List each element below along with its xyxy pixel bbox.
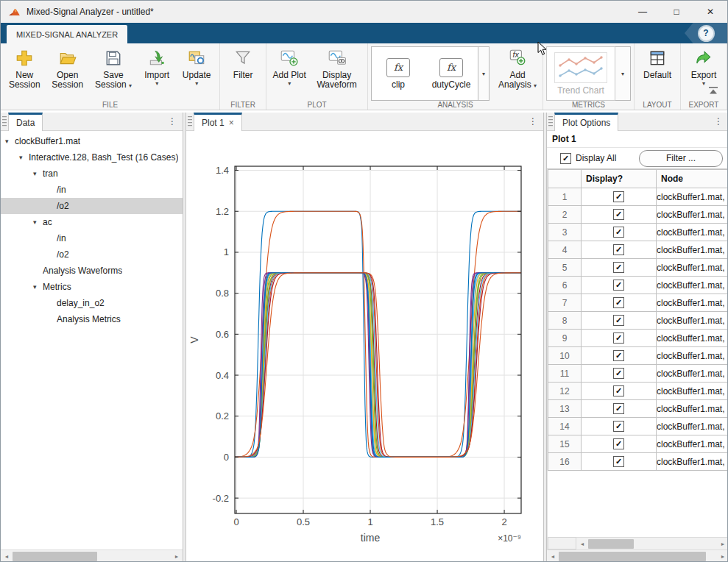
- tree-item[interactable]: ▾ac: [1, 214, 183, 230]
- node-cell[interactable]: clockBuffer1.mat, Intera: [657, 347, 728, 365]
- scroll-right-icon[interactable]: ►: [717, 554, 728, 559]
- tree-item[interactable]: /o2: [1, 246, 183, 263]
- tree-item[interactable]: /in: [1, 230, 183, 246]
- save-session-button[interactable]: Save Session ▾: [90, 45, 137, 91]
- node-cell[interactable]: clockBuffer1.mat, Intera: [657, 312, 728, 330]
- tree-item[interactable]: delay_in_o2: [1, 295, 183, 311]
- data-panel-menu-icon[interactable]: ⋮: [162, 113, 183, 130]
- node-cell[interactable]: clockBuffer1.mat, Intera: [657, 294, 728, 312]
- tab-data[interactable]: Data: [8, 113, 43, 131]
- node-cell[interactable]: clockBuffer1.mat, Intera: [657, 383, 728, 400]
- panel-grip-icon[interactable]: [186, 113, 194, 130]
- scroll-right-icon[interactable]: ►: [717, 541, 728, 547]
- collapse-ribbon-icon[interactable]: [708, 85, 718, 98]
- tab-close-icon[interactable]: ×: [229, 118, 234, 128]
- display-checkbox[interactable]: ✓: [613, 227, 624, 238]
- scrollbar-thumb[interactable]: [13, 552, 97, 561]
- tree-item-label: Metrics: [43, 282, 71, 292]
- display-checkbox[interactable]: ✓: [613, 403, 624, 414]
- display-checkbox[interactable]: ✓: [613, 438, 624, 449]
- tree-item[interactable]: Analysis Metrics: [1, 311, 183, 327]
- scroll-left-icon[interactable]: ◄: [1, 554, 13, 559]
- analysis-gallery-item-clip[interactable]: fx clip: [372, 58, 425, 90]
- scroll-left-icon[interactable]: ◄: [547, 554, 559, 559]
- display-checkbox[interactable]: ✓: [613, 368, 624, 379]
- tab-mixed-signal-analyzer[interactable]: MIXED-SIGNAL ANALYZER: [7, 25, 127, 43]
- display-checkbox[interactable]: ✓: [613, 385, 624, 396]
- node-cell[interactable]: clockBuffer1.mat, Intera: [657, 259, 728, 277]
- tree-collapse-arrow[interactable]: ▾: [33, 283, 43, 291]
- plot-panel-tabbar: Plot 1 × ⋮: [186, 113, 543, 131]
- add-plot-button[interactable]: Add Plot ▾: [269, 45, 309, 88]
- tree-item[interactable]: ▾tran: [1, 166, 183, 182]
- tree-item[interactable]: ▾clockBuffer1.mat: [1, 133, 183, 149]
- maximize-button[interactable]: □: [660, 1, 693, 23]
- close-button[interactable]: ✕: [693, 1, 727, 23]
- display-checkbox[interactable]: ✓: [613, 350, 624, 361]
- tab-plot-1[interactable]: Plot 1 ×: [194, 113, 242, 131]
- add-analysis-button[interactable]: fx Add Analysis ▾: [495, 45, 540, 91]
- display-checkbox[interactable]: ✓: [613, 421, 624, 432]
- tree-item[interactable]: ▾Metrics: [1, 279, 183, 295]
- panel-grip-icon[interactable]: [1, 113, 8, 130]
- import-button[interactable]: Import ▾: [137, 45, 177, 88]
- scroll-left-icon[interactable]: ◄: [576, 541, 588, 547]
- node-cell[interactable]: clockBuffer1.mat, Intera: [657, 241, 728, 259]
- tree-item[interactable]: /in: [1, 182, 183, 198]
- tab-plot-options[interactable]: Plot Options: [554, 113, 618, 131]
- node-cell[interactable]: clockBuffer1.mat, Intera: [657, 188, 728, 206]
- display-checkbox[interactable]: ✓: [613, 315, 624, 326]
- new-session-button[interactable]: New Session: [4, 45, 46, 90]
- minimize-button[interactable]: —: [626, 1, 660, 23]
- filter-dialog-button[interactable]: Filter ...: [639, 150, 723, 167]
- scrollbar-thumb[interactable]: [559, 552, 706, 561]
- export-button[interactable]: Export ▾: [684, 45, 724, 88]
- metrics-gallery-dropdown[interactable]: ▾: [615, 46, 631, 101]
- node-cell[interactable]: clockBuffer1.mat, Intera: [657, 400, 728, 418]
- node-cell[interactable]: clockBuffer1.mat, Intera: [657, 365, 728, 383]
- node-cell[interactable]: clockBuffer1.mat, Intera: [657, 435, 728, 453]
- update-button[interactable]: Update ▾: [177, 45, 216, 88]
- node-cell[interactable]: clockBuffer1.mat, Intera: [657, 330, 728, 347]
- node-cell[interactable]: clockBuffer1.mat, Intera: [657, 453, 728, 471]
- node-cell[interactable]: clockBuffer1.mat, Intera: [657, 277, 728, 294]
- node-cell[interactable]: clockBuffer1.mat, Intera: [657, 418, 728, 435]
- display-checkbox[interactable]: ✓: [613, 297, 624, 308]
- analysis-gallery-dropdown[interactable]: ▾: [478, 46, 490, 101]
- tree-item-label: delay_in_o2: [57, 298, 105, 308]
- tree-collapse-arrow[interactable]: ▾: [33, 218, 43, 226]
- display-all-checkbox[interactable]: ✓: [560, 153, 571, 164]
- tree-item[interactable]: Analysis Waveforms: [1, 263, 183, 279]
- tree-collapse-arrow[interactable]: ▾: [19, 154, 29, 161]
- data-panel-hscrollbar[interactable]: ◄ ►: [1, 549, 183, 562]
- save-session-label: Save Session ▾: [92, 71, 135, 90]
- table-hscrollbar[interactable]: ◄ ►: [548, 537, 728, 549]
- help-icon[interactable]: ?: [698, 25, 715, 42]
- plot-options-hscrollbar[interactable]: ◄ ►: [547, 549, 728, 562]
- display-waveform-button[interactable]: Display Waveform: [309, 45, 364, 90]
- plot-panel-menu-icon[interactable]: ⋮: [523, 113, 543, 130]
- row-index: 16: [548, 453, 582, 471]
- analysis-gallery-item-dutycycle[interactable]: fx dutyCycle: [425, 58, 478, 90]
- tree-collapse-arrow[interactable]: ▾: [5, 138, 15, 145]
- tree-item[interactable]: /o2: [1, 198, 183, 214]
- display-checkbox[interactable]: ✓: [613, 244, 624, 255]
- waveform-plot[interactable]: 00.511.52-0.200.20.40.60.811.21.4time×10…: [186, 131, 543, 562]
- filter-button[interactable]: Filter: [223, 45, 263, 81]
- display-checkbox[interactable]: ✓: [613, 209, 624, 220]
- node-cell[interactable]: clockBuffer1.mat, Intera: [657, 206, 728, 224]
- plot-options-menu-icon[interactable]: ⋮: [708, 113, 728, 130]
- display-checkbox[interactable]: ✓: [613, 280, 624, 291]
- tree-item[interactable]: ▾Interactive.128, Bash_Test (16 Cases): [1, 149, 183, 166]
- scrollbar-thumb[interactable]: [588, 539, 634, 549]
- scroll-right-icon[interactable]: ►: [171, 554, 183, 559]
- display-checkbox[interactable]: ✓: [613, 332, 624, 344]
- display-checkbox[interactable]: ✓: [613, 191, 624, 202]
- node-cell[interactable]: clockBuffer1.mat, Intera: [657, 224, 728, 241]
- display-checkbox[interactable]: ✓: [613, 456, 624, 467]
- tree-collapse-arrow[interactable]: ▾: [33, 170, 43, 177]
- display-checkbox[interactable]: ✓: [613, 262, 624, 273]
- default-layout-button[interactable]: Default: [637, 45, 677, 81]
- open-session-button[interactable]: Open Session: [46, 45, 90, 90]
- panel-grip-icon[interactable]: [547, 113, 554, 130]
